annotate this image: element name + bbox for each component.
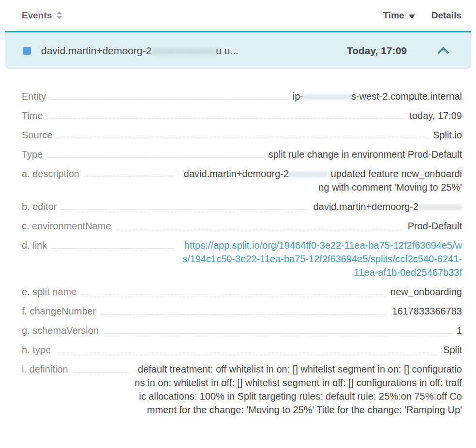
- detail-value: Prod-Default: [408, 219, 462, 233]
- detail-value: ip-xxxxxxxxxxxs-west-2.compute.internal: [293, 90, 462, 103]
- detail-label: a. description: [22, 167, 79, 180]
- detail-label: Type: [22, 148, 43, 161]
- redacted-text: xxxxxxxxxx: [418, 201, 462, 212]
- detail-row: i. definitiondefault treatment: off whit…: [22, 362, 462, 417]
- redacted-text: xxxxxxxxxxxxxx: [151, 45, 216, 56]
- dotted-leader: [73, 362, 128, 373]
- redacted-text: xxxxxxxxxxx: [303, 91, 351, 102]
- collapse-chevron-up-icon[interactable]: [437, 46, 450, 55]
- detail-row: d. linkhttps://app.split.io/org/19464ff0…: [22, 239, 462, 279]
- text-part: s-west-2.compute.internal: [351, 91, 462, 102]
- detail-row: Timetoday, 17:09: [22, 109, 462, 122]
- detail-value: 1617833366783: [392, 304, 462, 318]
- time-column-label: Time: [383, 10, 404, 21]
- table-header-right: Time Details: [383, 10, 461, 21]
- event-severity-square-icon: [23, 47, 31, 55]
- detail-row: a. descriptiondavid.martin+demoorg-2xxxx…: [22, 167, 462, 194]
- text-part: david.martin+demoorg-2: [313, 201, 418, 212]
- detail-label: i. definition: [22, 362, 68, 376]
- detail-row: g. schemaVersion1: [22, 324, 462, 337]
- dotted-leader: [55, 343, 438, 353]
- text-part: Prod-Default: [408, 221, 462, 231]
- dotted-leader: [100, 304, 387, 314]
- event-row-selected[interactable]: david.martin+demoorg-2xxxxxxxxxxxxxxu u.…: [5, 31, 471, 69]
- table-header: Events Time Details: [0, 0, 476, 31]
- event-title-suffix: u u...: [216, 45, 238, 56]
- text-part: default treatment: off whitelist in on: …: [134, 364, 462, 415]
- detail-value: Split: [443, 343, 462, 357]
- detail-label: b. editor: [22, 200, 57, 213]
- detail-row: b. editordavid.martin+demoorg-2xxxxxxxxx…: [22, 200, 462, 213]
- details-list: Entityip-xxxxxxxxxxxs-west-2.compute.int…: [0, 90, 476, 417]
- text-part: Split: [443, 344, 462, 355]
- text-part: david.martin+demoorg-2: [184, 168, 289, 179]
- dotted-leader: [116, 219, 403, 229]
- detail-row: e. split namenew_onboarding: [22, 285, 462, 299]
- detail-label: c. environmentName: [22, 219, 111, 233]
- detail-label: e. split name: [22, 285, 76, 299]
- dotted-leader: [81, 285, 386, 295]
- event-time: Today, 17:09: [347, 45, 407, 57]
- text-part: https://app.split.io/org/19464ff0-3e22-1…: [182, 240, 462, 278]
- text-part: ip-: [293, 91, 303, 102]
- dotted-leader: [51, 239, 174, 249]
- detail-label: Source: [22, 128, 52, 142]
- events-panel: Events Time Details david.martin+demoorg…: [0, 0, 476, 448]
- detail-row: h. typeSplit: [22, 343, 462, 357]
- sort-descending-icon: [409, 11, 415, 21]
- dotted-leader: [47, 109, 405, 119]
- detail-row: Entityip-xxxxxxxxxxxs-west-2.compute.int…: [22, 90, 462, 103]
- redacted-text: xxxxxxxxx: [289, 168, 328, 179]
- column-header-time[interactable]: Time: [383, 10, 415, 21]
- event-title: david.martin+demoorg-2xxxxxxxxxxxxxxu u.…: [41, 45, 347, 57]
- dotted-leader: [57, 128, 428, 138]
- text-part: updated feature new_onboarding with comm…: [318, 168, 462, 193]
- text-part: 1: [457, 325, 462, 336]
- dotted-leader: [47, 148, 263, 158]
- link-value[interactable]: https://app.split.io/org/19464ff0-3e22-1…: [182, 240, 462, 278]
- column-header-details[interactable]: Details: [431, 10, 461, 21]
- detail-value: split rule change in environment Prod-De…: [268, 148, 462, 161]
- detail-row: Typesplit rule change in environment Pro…: [22, 148, 462, 161]
- detail-value: default treatment: off whitelist in on: …: [133, 362, 462, 417]
- event-title-prefix: david.martin+demoorg-2: [41, 45, 151, 56]
- detail-value: today, 17:09: [409, 109, 462, 122]
- text-part: Split.io: [433, 130, 462, 140]
- detail-value: david.martin+demoorg-2xxxxxxxxx updated …: [179, 167, 462, 194]
- detail-label: f. changeNumber: [22, 304, 96, 318]
- detail-value: 1: [457, 324, 462, 337]
- text-part: split rule change in environment Prod-De…: [268, 149, 462, 160]
- detail-label: Time: [22, 109, 43, 122]
- detail-value: david.martin+demoorg-2xxxxxxxxxx: [313, 200, 462, 213]
- sort-icon[interactable]: [56, 11, 62, 22]
- dotted-leader: [84, 167, 174, 177]
- column-header-events[interactable]: Events: [22, 10, 62, 22]
- detail-row: SourceSplit.io: [22, 128, 462, 142]
- dotted-leader: [61, 200, 308, 210]
- detail-value: Split.io: [433, 128, 462, 142]
- text-part: new_onboarding: [390, 286, 462, 297]
- detail-label: d. link: [22, 239, 47, 252]
- dotted-leader: [103, 324, 452, 334]
- detail-label: g. schemaVersion: [22, 324, 99, 337]
- detail-label: Entity: [22, 90, 46, 103]
- detail-value: new_onboarding: [390, 285, 462, 299]
- detail-row: f. changeNumber1617833366783: [22, 304, 462, 318]
- detail-value: https://app.split.io/org/19464ff0-3e22-1…: [179, 239, 462, 279]
- dotted-leader: [50, 90, 288, 100]
- detail-row: c. environmentNameProd-Default: [22, 219, 462, 233]
- text-part: 1617833366783: [392, 306, 462, 316]
- events-column-label: Events: [22, 10, 52, 21]
- text-part: today, 17:09: [409, 110, 462, 121]
- detail-label: h. type: [22, 343, 51, 357]
